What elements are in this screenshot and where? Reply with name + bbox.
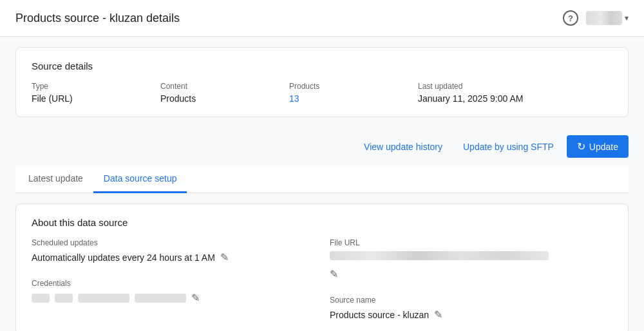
about-right-col: File URL ✎ Source name Products source -… [330,238,612,321]
credentials-blob-2 [55,294,73,303]
header-actions: ? ▾ [563,10,629,26]
update-button-label: Update [589,142,618,152]
scheduled-updates-value: Automatically updates every 24 hours at … [32,252,215,263]
source-name-edit-icon[interactable]: ✎ [434,308,442,321]
about-section-title: About this data source [32,217,612,228]
credentials-edit-icon[interactable]: ✎ [191,292,200,304]
type-detail: Type File (URL) [32,82,160,104]
source-details-title: Source details [32,61,612,71]
help-icon[interactable]: ? [563,10,578,26]
credentials-blob-3 [78,294,129,303]
products-label: Products [289,82,418,91]
file-url-item: File URL ✎ [330,238,612,280]
file-url-blob [330,251,549,260]
scheduled-updates-row: Automatically updates every 24 hours at … [32,251,314,263]
tab-bar: Latest update Data source setup [15,166,629,193]
file-url-edit-icon[interactable]: ✎ [330,268,338,280]
about-left-col: Scheduled updates Automatically updates … [32,238,314,321]
type-value: File (URL) [32,93,160,104]
credentials-label: Credentials [32,279,314,288]
source-details-card: Source details Type File (URL) Content P… [15,47,629,117]
last-updated-detail: Last updated January 11, 2025 9:00 AM [418,82,612,104]
chevron-down-icon: ▾ [625,14,629,23]
scheduled-updates-edit-icon[interactable]: ✎ [220,251,229,263]
source-name-row: Products source - kluzan ✎ [330,308,612,321]
credentials-item: Credentials ✎ [32,279,314,304]
view-history-button[interactable]: View update history [356,137,450,157]
content-value: Products [160,93,289,104]
source-name-item: Source name Products source - kluzan ✎ [330,296,612,321]
account-avatar [586,11,622,25]
sftp-button[interactable]: Update by using SFTP [455,137,562,157]
type-label: Type [32,82,160,91]
source-name-value: Products source - kluzan [330,310,429,320]
source-details-grid: Type File (URL) Content Products Product… [32,82,612,104]
about-data-source-card: About this data source Scheduled updates… [15,203,629,331]
tab-data-source-setup[interactable]: Data source setup [93,166,187,193]
about-grid: Scheduled updates Automatically updates … [32,238,612,321]
last-updated-value: January 11, 2025 9:00 AM [418,93,612,104]
account-dropdown[interactable]: ▾ [586,11,629,25]
products-detail: Products 13 [289,82,418,104]
scheduled-updates-item: Scheduled updates Automatically updates … [32,238,314,263]
credentials-row: ✎ [32,292,314,304]
source-name-label: Source name [330,296,612,305]
products-count-link[interactable]: 13 [289,93,418,104]
content-detail: Content Products [160,82,289,104]
scheduled-updates-label: Scheduled updates [32,238,314,247]
credentials-blob-1 [32,294,50,303]
file-url-row [330,251,612,260]
header: Products source - kluzan details ? ▾ [0,0,644,37]
update-button[interactable]: ↻ Update [567,135,629,158]
credentials-blob-4 [135,294,186,303]
content-label: Content [160,82,289,91]
main-content: Source details Type File (URL) Content P… [0,37,644,331]
action-bar: View update history Update by using SFTP… [15,128,629,166]
last-updated-label: Last updated [418,82,612,91]
refresh-icon: ↻ [577,140,585,153]
page-title: Products source - kluzan details [15,12,180,25]
file-url-label: File URL [330,238,612,247]
tab-latest-update[interactable]: Latest update [18,166,93,193]
